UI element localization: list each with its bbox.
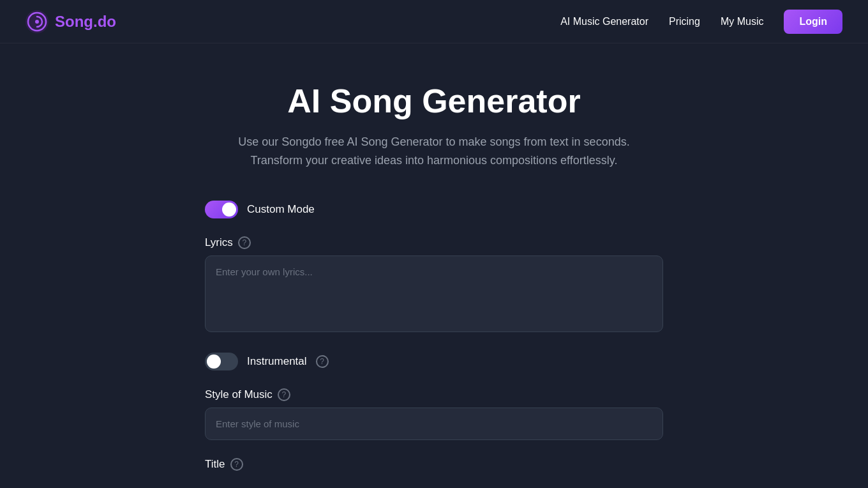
nav-ai-music-generator[interactable]: AI Music Generator bbox=[560, 16, 648, 27]
title-label-row: Title ? bbox=[205, 458, 663, 471]
login-button[interactable]: Login bbox=[784, 10, 842, 34]
instrumental-help-icon[interactable]: ? bbox=[316, 355, 329, 368]
custom-mode-toggle[interactable] bbox=[205, 201, 238, 218]
instrumental-track bbox=[205, 353, 238, 370]
title-help-icon[interactable]: ? bbox=[230, 458, 243, 471]
main-nav: AI Music Generator Pricing My Music Logi… bbox=[560, 10, 842, 34]
instrumental-toggle[interactable] bbox=[205, 353, 238, 370]
lyrics-label-text: Lyrics bbox=[205, 236, 233, 249]
logo-icon bbox=[26, 10, 49, 33]
lyrics-label-row: Lyrics ? bbox=[205, 236, 663, 249]
svg-point-2 bbox=[35, 20, 39, 24]
instrumental-row: Instrumental ? bbox=[205, 353, 663, 370]
custom-mode-row: Custom Mode bbox=[205, 201, 663, 218]
logo[interactable]: Song.do bbox=[26, 10, 116, 33]
custom-mode-label: Custom Mode bbox=[247, 203, 315, 216]
custom-mode-track bbox=[205, 201, 238, 218]
page-title: AI Song Generator bbox=[287, 82, 580, 120]
nav-my-music[interactable]: My Music bbox=[721, 16, 764, 27]
title-label-text: Title bbox=[205, 458, 225, 471]
nav-pricing[interactable]: Pricing bbox=[669, 16, 700, 27]
instrumental-thumb bbox=[207, 355, 221, 369]
main-content: AI Song Generator Use our Songdo free AI… bbox=[0, 43, 868, 488]
style-label-text: Style of Music bbox=[205, 388, 273, 401]
site-header: Song.do AI Music Generator Pricing My Mu… bbox=[0, 0, 868, 43]
lyrics-input[interactable] bbox=[205, 255, 663, 332]
style-label-row: Style of Music ? bbox=[205, 388, 663, 401]
custom-mode-thumb bbox=[222, 202, 236, 217]
style-input[interactable] bbox=[205, 408, 663, 440]
logo-text: Song.do bbox=[55, 13, 116, 31]
lyrics-help-icon[interactable]: ? bbox=[238, 236, 251, 249]
generator-form: Custom Mode Lyrics ? Instrumental ? Styl… bbox=[205, 201, 663, 471]
instrumental-label: Instrumental bbox=[247, 355, 307, 368]
style-help-icon[interactable]: ? bbox=[278, 388, 290, 401]
page-subtitle: Use our Songdo free AI Song Generator to… bbox=[238, 133, 629, 170]
